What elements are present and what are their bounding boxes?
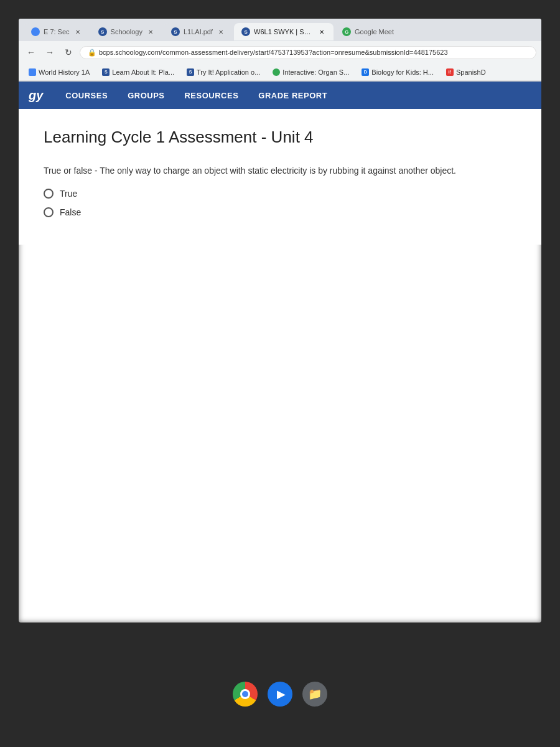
- tab-favicon-w6l1: S: [241, 27, 250, 36]
- assessment-title: Learning Cycle 1 Assessment - Unit 4: [44, 128, 516, 147]
- files-taskbar-icon[interactable]: 📁: [302, 682, 327, 707]
- radio-true[interactable]: [44, 189, 54, 199]
- question-text: True or false - The only way to charge a…: [44, 164, 516, 177]
- tab-label-w6l1: W6L1 SWYK | Schoolo...: [254, 28, 314, 35]
- browser-chrome: E 7: Sec ✕ S Schoology ✕ S L1LAI.pdf ✕ S…: [19, 19, 541, 82]
- bookmark-favicon-la: S: [102, 68, 110, 76]
- bookmark-label-in: Interactive: Organ S...: [282, 68, 349, 76]
- lock-icon: 🔒: [88, 49, 96, 57]
- tab-favicon-schoology: S: [98, 27, 107, 36]
- bookmark-label-la: Learn About It: Pla...: [112, 68, 174, 76]
- forward-button[interactable]: →: [42, 45, 57, 60]
- nav-grade-report[interactable]: GRADE REPORT: [256, 83, 330, 108]
- play-taskbar-icon[interactable]: ▶: [268, 682, 292, 707]
- url-text: bcps.schoology.com/common-assessment-del…: [99, 49, 448, 56]
- tab-favicon-l1lai: S: [171, 27, 180, 36]
- answer-label-false: False: [60, 207, 81, 217]
- laptop-frame: E 7: Sec ✕ S Schoology ✕ S L1LAI.pdf ✕ S…: [0, 0, 560, 747]
- nav-courses[interactable]: COURSES: [63, 83, 110, 108]
- bookmark-try-it[interactable]: S Try It! Application o...: [182, 67, 265, 77]
- schoology-logo: gy: [29, 88, 43, 103]
- schoology-navbar: gy COURSES GROUPS RESOURCES GRADE REPORT: [19, 82, 541, 109]
- content-wrapper: Learning Cycle 1 Assessment - Unit 4 Tru…: [19, 109, 541, 622]
- tab-e7sec[interactable]: E 7: Sec ✕: [24, 23, 90, 40]
- screen-area: E 7: Sec ✕ S Schoology ✕ S L1LAI.pdf ✕ S…: [19, 19, 541, 622]
- tab-googlemeet[interactable]: G Google Meet: [335, 23, 401, 40]
- bookmark-spanish[interactable]: i! SpanishD: [441, 67, 491, 77]
- tab-w6l1[interactable]: S W6L1 SWYK | Schoolo... ✕: [234, 23, 334, 40]
- bookmark-interactive[interactable]: Interactive: Organ S...: [268, 67, 354, 77]
- tab-close-w6l1[interactable]: ✕: [317, 27, 326, 36]
- bookmark-label-sp: SpanishD: [456, 68, 486, 76]
- tab-bar: E 7: Sec ✕ S Schoology ✕ S L1LAI.pdf ✕ S…: [19, 19, 541, 41]
- refresh-button[interactable]: ↻: [61, 45, 76, 60]
- tab-label-googlemeet: Google Meet: [355, 28, 394, 35]
- bookmark-favicon-wh: [29, 68, 36, 76]
- tab-favicon-e7sec: [31, 27, 40, 36]
- folder-icon: 📁: [308, 687, 322, 701]
- option-true[interactable]: True: [44, 189, 516, 199]
- tab-label-e7sec: E 7: Sec: [44, 28, 70, 35]
- chrome-taskbar-icon[interactable]: [233, 682, 258, 707]
- bookmark-world-history[interactable]: World History 1A: [24, 67, 95, 77]
- bookmark-biology[interactable]: D Biology for Kids: H...: [357, 67, 439, 77]
- bookmark-label-ti: Try It! Application o...: [197, 68, 260, 76]
- address-bar: ← → ↻ 🔒 bcps.schoology.com/common-assess…: [19, 41, 541, 63]
- bookmark-favicon-in: [273, 68, 280, 76]
- chrome-center: [240, 689, 250, 699]
- nav-groups[interactable]: GROUPS: [125, 83, 167, 108]
- bookmarks-bar: World History 1A S Learn About It: Pla..…: [19, 63, 541, 81]
- bookmark-label-bio: Biology for Kids: H...: [371, 68, 434, 76]
- tab-close-schoology[interactable]: ✕: [146, 27, 155, 36]
- tab-schoology[interactable]: S Schoology ✕: [91, 23, 162, 40]
- taskbar: ▶ 📁: [0, 679, 560, 710]
- play-icon: ▶: [277, 687, 286, 701]
- nav-resources[interactable]: RESOURCES: [182, 83, 241, 108]
- back-button[interactable]: ←: [24, 45, 39, 60]
- bookmark-favicon-ti: S: [187, 68, 194, 76]
- url-box[interactable]: 🔒 bcps.schoology.com/common-assessment-d…: [80, 46, 536, 59]
- tab-close-l1lai[interactable]: ✕: [217, 27, 225, 36]
- tab-favicon-googlemeet: G: [342, 27, 351, 36]
- tab-label-l1lai: L1LAI.pdf: [184, 28, 213, 35]
- tab-label-schoology: Schoology: [111, 28, 142, 35]
- option-false[interactable]: False: [44, 207, 516, 217]
- bookmark-label-wh: World History 1A: [39, 68, 90, 76]
- tab-close-e7sec[interactable]: ✕: [73, 27, 82, 36]
- bookmark-favicon-sp: i!: [446, 68, 454, 76]
- bookmark-learn-about[interactable]: S Learn About It: Pla...: [97, 67, 179, 77]
- radio-false[interactable]: [44, 207, 54, 217]
- tab-l1lai[interactable]: S L1LAI.pdf ✕: [164, 23, 233, 40]
- page-content: Learning Cycle 1 Assessment - Unit 4 Tru…: [19, 109, 541, 245]
- answer-label-true: True: [60, 189, 77, 199]
- bookmark-favicon-bio: D: [362, 68, 369, 76]
